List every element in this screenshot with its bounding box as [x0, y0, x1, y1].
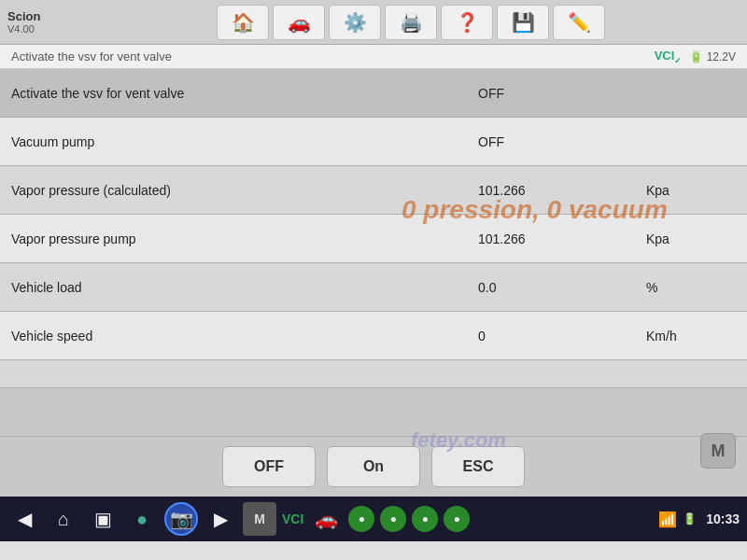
vci-taskbar: VCI [282, 511, 303, 526]
status-green3: ● [412, 506, 438, 532]
row-label: Vapor pressure pump [0, 224, 467, 254]
table-row: Vapor pressure pump 101.266 Kpa [0, 215, 747, 263]
m-button[interactable]: M [700, 433, 736, 469]
settings-button[interactable]: ⚙️ [329, 5, 381, 40]
row-unit: % [635, 273, 747, 302]
taskbar: ◀ ⌂ ▣ ● 📷 ▶ M VCI 🚗 ● ● ● ● 📶 🔋 10:33 [0, 497, 747, 541]
browser-button[interactable]: ● [125, 502, 159, 536]
row-label: Activate the vsv for vent valve [0, 78, 467, 108]
status-green4: ● [444, 506, 470, 532]
row-unit [635, 86, 747, 101]
status-green2: ● [380, 506, 406, 532]
status-title: Activate the vsv for vent valve [11, 49, 172, 63]
app-title: Scion V4.00 [7, 9, 82, 35]
media-button[interactable]: ▶ [204, 502, 237, 536]
save-button[interactable]: 💾 [497, 5, 549, 40]
status-right: VCI✓ 🔋 12.2V [655, 49, 736, 65]
app-version: V4.00 [7, 23, 82, 35]
m-logo-button[interactable]: M [243, 502, 276, 536]
off-button[interactable]: OFF [222, 446, 316, 487]
taskbar-time: 10:33 [706, 511, 740, 526]
row-unit: Kpa [635, 175, 747, 205]
diagnostics-button[interactable]: 🚗 [273, 5, 325, 40]
edit-button[interactable]: ✏️ [553, 5, 605, 40]
help-button[interactable]: ❓ [441, 5, 493, 40]
home-button[interactable]: 🏠 [217, 5, 269, 40]
table-row: Vehicle speed 0 Km/h [0, 312, 747, 360]
row-unit: Km/h [635, 321, 747, 351]
row-label: Vehicle load [0, 273, 467, 302]
main-content: Activate the vsv for vent valve OFF Vacu… [0, 69, 747, 497]
home-taskbar-button[interactable]: ⌂ [47, 502, 80, 536]
data-table: Activate the vsv for vent valve OFF Vacu… [0, 69, 747, 436]
camera-button[interactable]: 📷 [164, 502, 198, 536]
row-unit: Kpa [635, 224, 747, 254]
table-row: Vapor pressure (calculated) 101.266 Kpa [0, 166, 747, 215]
row-value: 0.0 [467, 273, 635, 302]
table-row: Vacuum pump OFF [0, 118, 747, 166]
row-label: Vapor pressure (calculated) [0, 175, 467, 205]
row-value: OFF [467, 78, 635, 108]
taskbar-battery: 🔋 [683, 512, 697, 525]
row-value: OFF [467, 127, 635, 157]
on-button[interactable]: On [327, 446, 420, 487]
status-bar: Activate the vsv for vent valve VCI✓ 🔋 1… [0, 45, 747, 69]
car-icon[interactable]: 🚗 [309, 502, 343, 536]
row-value: 0 [467, 321, 635, 351]
action-buttons: OFF On ESC [0, 436, 747, 497]
row-label: Vehicle speed [0, 321, 467, 351]
table-row: Activate the vsv for vent valve OFF [0, 69, 747, 118]
back-button[interactable]: ◀ [7, 502, 41, 536]
table-row [0, 360, 747, 388]
vci-badge: VCI✓ [655, 49, 683, 65]
row-label: Vacuum pump [0, 127, 467, 157]
row-value: 101.266 [467, 175, 635, 205]
windows-button[interactable]: ▣ [86, 502, 120, 536]
row-unit [635, 134, 747, 149]
toolbar: Scion V4.00 🏠 🚗 ⚙️ 🖨️ ❓ 💾 ✏️ [0, 0, 747, 45]
row-value: 101.266 [467, 224, 635, 254]
battery-indicator: 🔋 12.2V [689, 50, 736, 63]
toolbar-icons: 🏠 🚗 ⚙️ 🖨️ ❓ 💾 ✏️ [82, 5, 740, 40]
esc-button[interactable]: ESC [431, 446, 525, 487]
table-row: Vehicle load 0.0 % [0, 263, 747, 312]
app-name: Scion [7, 9, 82, 23]
status-green1: ● [348, 506, 374, 532]
print-button[interactable]: 🖨️ [385, 5, 437, 40]
wifi-icon: 📶 [658, 511, 677, 528]
